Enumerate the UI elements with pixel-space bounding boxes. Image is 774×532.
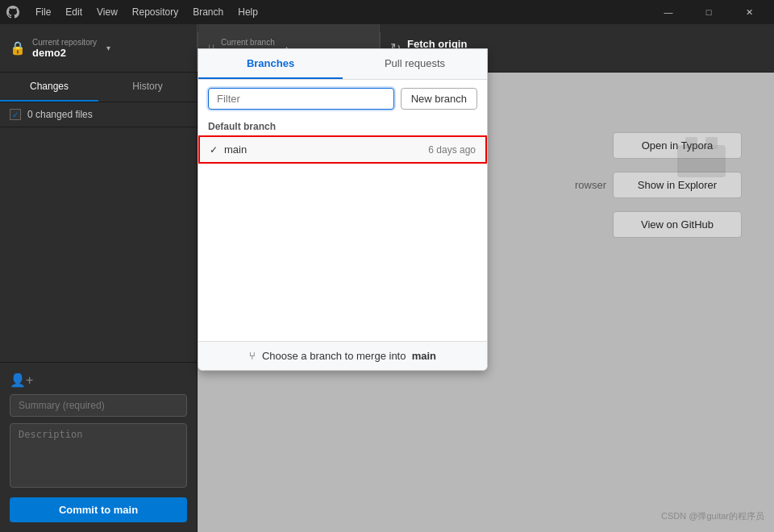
branch-list-spacer <box>198 164 487 341</box>
svg-rect-2 <box>705 137 718 149</box>
menu-repository[interactable]: Repository <box>126 5 185 19</box>
branch-item-time: 6 days ago <box>428 144 476 156</box>
default-branch-label: Default branch <box>198 118 487 135</box>
maximize-button[interactable]: □ <box>690 0 727 24</box>
new-branch-button[interactable]: New branch <box>401 88 477 110</box>
sidebar-file-list <box>0 127 197 362</box>
branch-dropdown-tab-prs[interactable]: Pull requests <box>343 49 487 79</box>
description-input[interactable] <box>10 423 187 488</box>
sidebar: Changes History ✓ 0 changed files 👤+ Com… <box>0 73 198 532</box>
illustration <box>669 121 734 185</box>
tab-history[interactable]: History <box>98 73 197 102</box>
repo-selector[interactable]: 🔒 Current repository demo2 ▾ <box>0 24 198 72</box>
avatar-row: 👤+ <box>10 372 187 388</box>
watermark: CSDN @弹guitar的程序员 <box>661 510 764 522</box>
menu-help[interactable]: Help <box>231 5 264 19</box>
titlebar-left: File Edit View Repository Branch Help <box>6 5 264 19</box>
branch-dropdown: Branches Pull requests New branch Defaul… <box>198 48 488 371</box>
summary-input[interactable] <box>10 394 187 417</box>
repo-chevron-icon: ▾ <box>106 44 110 52</box>
sidebar-bottom: 👤+ Commit to main <box>0 362 197 532</box>
branch-label: Current branch <box>221 38 275 47</box>
branch-item-name: main <box>224 143 247 156</box>
branch-merge-footer[interactable]: ⑂ Choose a branch to merge into main <box>198 341 487 370</box>
changed-files-count: 0 changed files <box>27 109 93 120</box>
merge-icon: ⑂ <box>249 350 256 362</box>
menu-bar: File Edit View Repository Branch Help <box>29 5 264 19</box>
svg-rect-0 <box>677 145 726 177</box>
close-button[interactable]: ✕ <box>730 0 768 24</box>
menu-branch[interactable]: Branch <box>186 5 230 19</box>
branch-filter-input[interactable] <box>208 88 394 110</box>
branch-dropdown-tab-branches[interactable]: Branches <box>198 49 343 79</box>
branch-list-item-main[interactable]: ✓ main 6 days ago <box>198 135 487 164</box>
branch-dropdown-tabs: Branches Pull requests <box>198 49 487 80</box>
avatar-icon: 👤+ <box>10 372 33 388</box>
view-github-button[interactable]: View on GitHub <box>613 211 742 238</box>
branch-item-left: ✓ main <box>210 143 247 156</box>
branch-filter-row: New branch <box>198 80 487 118</box>
repo-label: Current repository <box>32 38 97 47</box>
repo-icon: 🔒 <box>10 40 26 56</box>
titlebar: File Edit View Repository Branch Help — … <box>0 0 774 24</box>
checkbox-check-icon: ✓ <box>12 110 19 119</box>
changed-files-bar: ✓ 0 changed files <box>0 102 197 127</box>
github-logo <box>6 6 19 19</box>
svg-rect-1 <box>685 137 697 149</box>
menu-view[interactable]: View <box>90 5 124 19</box>
merge-label: Choose a branch to merge into main <box>262 350 436 362</box>
browser-label: rowser <box>575 179 606 191</box>
branch-check-icon: ✓ <box>210 144 218 156</box>
repo-name: demo2 <box>32 47 97 59</box>
minimize-button[interactable]: — <box>650 0 687 24</box>
sidebar-tabs: Changes History <box>0 73 197 102</box>
repo-info: Current repository demo2 <box>32 38 97 59</box>
menu-edit[interactable]: Edit <box>59 5 89 19</box>
select-all-checkbox[interactable]: ✓ <box>10 109 21 120</box>
commit-button[interactable]: Commit to main <box>10 497 187 522</box>
tab-changes[interactable]: Changes <box>0 73 98 102</box>
menu-file[interactable]: File <box>29 5 57 19</box>
window-controls: — □ ✕ <box>650 0 768 24</box>
